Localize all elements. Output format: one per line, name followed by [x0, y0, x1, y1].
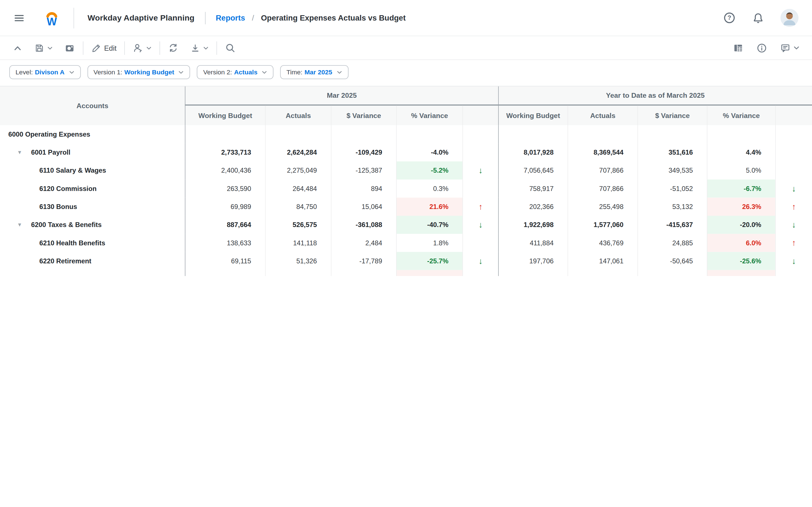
save-button[interactable]	[34, 43, 53, 53]
header-divider	[73, 8, 74, 28]
breadcrumb-reports-link[interactable]: Reports	[216, 13, 245, 22]
account-label: 6000 Operating Expenses	[8, 130, 90, 138]
variance-arrow-icon	[775, 125, 812, 143]
working-budget-cell: 69,989	[185, 198, 265, 216]
table-row: ▼ 6200 Taxes & Benefits 887,664 526,575 …	[0, 216, 812, 234]
edit-button-label: Edit	[104, 44, 116, 52]
filter-label: Version 1:	[94, 68, 122, 76]
variance-arrow-icon	[462, 179, 498, 198]
chevron-down-icon	[68, 70, 74, 74]
download-button[interactable]	[190, 43, 209, 53]
toolbar-divider	[160, 41, 160, 55]
dollar-variance-cell: 24,885	[638, 234, 707, 252]
percent-variance-cell: -6.7%	[707, 179, 775, 198]
edit-button[interactable]: Edit	[91, 43, 116, 53]
account-cell: 6130 Bonus	[0, 198, 185, 216]
account-cell: ▼ 6200 Taxes & Benefits	[0, 216, 185, 234]
table-row: 6230 Payroll Taxes 313,263 334,132 20,86…	[0, 270, 812, 276]
variance-arrow-icon	[462, 234, 498, 252]
mar-2025-cells: 69,989 84,750 15,064 21.6% ↑	[185, 198, 498, 216]
working-budget-cell	[498, 125, 567, 143]
working-budget-cell: 2,400,436	[185, 161, 265, 179]
dollar-variance-cell: -50,645	[638, 252, 707, 270]
share-user-button[interactable]	[133, 43, 152, 54]
table-row: 6110 Salary & Wages 2,400,436 2,275,049 …	[0, 161, 812, 179]
comments-button[interactable]	[780, 43, 800, 54]
filter-value: Mar 2025	[305, 68, 332, 76]
expander-icon[interactable]: ▼	[17, 150, 22, 155]
account-cell: 6120 Commission	[0, 179, 185, 198]
filter-value: Working Budget	[124, 68, 174, 76]
actuals-cell: 264,484	[265, 179, 331, 198]
percent-variance-cell: 5.0%	[707, 161, 775, 179]
mar-2025-cells: 69,115 51,326 -17,789 -25.7% ↓	[185, 252, 498, 270]
comments-dropdown-chevron[interactable]	[794, 46, 800, 50]
level-filter[interactable]: Level: Divison A	[9, 65, 81, 79]
mar-2025-group-header: Mar 2025	[185, 87, 498, 106]
column-header-percent-variance: % Variance	[396, 106, 462, 125]
actuals-cell: 255,498	[567, 198, 638, 216]
column-header-actuals: Actuals	[265, 106, 331, 125]
refresh-button[interactable]	[168, 43, 179, 54]
table-row: 6130 Bonus 69,989 84,750 15,064 21.6% ↑ …	[0, 198, 812, 216]
ytd-cells: 197,706 147,061 -50,645 -25.6% ↓	[498, 252, 812, 270]
share-dropdown-chevron[interactable]	[146, 46, 152, 50]
percent-variance-cell: -20.0%	[707, 216, 775, 234]
accounts-column-header: Accounts	[0, 87, 185, 125]
user-avatar[interactable]	[780, 9, 799, 27]
column-header-indicator	[462, 106, 498, 125]
dollar-variance-cell: 351,616	[638, 144, 707, 161]
ytd-cells	[498, 125, 812, 143]
chevron-down-icon	[179, 70, 184, 74]
display-options-grid-icon[interactable]	[733, 43, 744, 54]
actuals-cell	[265, 125, 331, 143]
help-icon[interactable]: ?	[722, 11, 736, 24]
variance-arrow-icon	[462, 144, 498, 161]
time-filter[interactable]: Time: Mar 2025	[280, 65, 348, 79]
actuals-cell: 8,369,544	[567, 144, 638, 161]
dollar-variance-cell: 894	[331, 179, 396, 198]
variance-arrow-icon: ↓	[462, 252, 498, 270]
snapshot-camera-icon[interactable]	[64, 43, 75, 54]
info-icon[interactable]	[756, 42, 767, 54]
collapse-toolbar-button[interactable]	[12, 43, 23, 53]
notifications-bell-icon[interactable]	[751, 11, 765, 24]
hamburger-menu-icon[interactable]	[12, 11, 26, 24]
column-header-percent-variance: % Variance	[707, 106, 775, 125]
account-label: 6130 Bonus	[40, 203, 77, 211]
percent-variance-cell: -40.7%	[396, 216, 462, 234]
working-budget-cell: 1,922,698	[498, 216, 567, 234]
actuals-cell: 2,275,049	[265, 161, 331, 179]
chevron-down-icon	[336, 70, 342, 74]
percent-variance-cell: 26.3%	[707, 198, 775, 216]
download-dropdown-chevron[interactable]	[203, 46, 209, 50]
header-right: ?	[722, 9, 799, 27]
account-label: 6110 Salary & Wages	[40, 166, 106, 174]
actuals-cell: 2,624,284	[265, 144, 331, 161]
expander-icon[interactable]: ▼	[17, 222, 22, 227]
toolbar-divider	[124, 41, 125, 55]
percent-variance-cell: 6.7%	[396, 270, 462, 276]
version1-filter[interactable]: Version 1: Working Budget	[87, 65, 190, 79]
working-budget-cell: 7,056,645	[498, 161, 567, 179]
breadcrumb-separator: /	[252, 13, 254, 22]
version2-filter[interactable]: Version 2: Actuals	[197, 65, 273, 79]
filter-label: Time:	[287, 68, 303, 76]
account-label: 6120 Commission	[40, 185, 97, 193]
column-header-dollar-variance: $ Variance	[331, 106, 396, 125]
percent-variance-cell: 0.3%	[396, 179, 462, 198]
variance-arrow-icon: ↓	[775, 216, 812, 234]
mar-2025-cells	[185, 125, 498, 143]
variance-arrow-icon: ↓	[775, 179, 812, 198]
percent-variance-cell: 21.6%	[396, 198, 462, 216]
working-budget-cell: 8,017,928	[498, 144, 567, 161]
search-icon[interactable]	[225, 43, 236, 54]
save-dropdown-chevron[interactable]	[47, 46, 53, 50]
dollar-variance-cell: 349,535	[638, 161, 707, 179]
dollar-variance-cell: 20,868	[331, 270, 396, 276]
variance-arrow-icon: ↓	[775, 252, 812, 270]
actuals-cell: 993,230	[567, 270, 638, 276]
percent-variance-cell: -25.7%	[396, 252, 462, 270]
table-row: 6000 Operating Expenses	[0, 125, 812, 143]
percent-variance-cell	[707, 125, 775, 143]
